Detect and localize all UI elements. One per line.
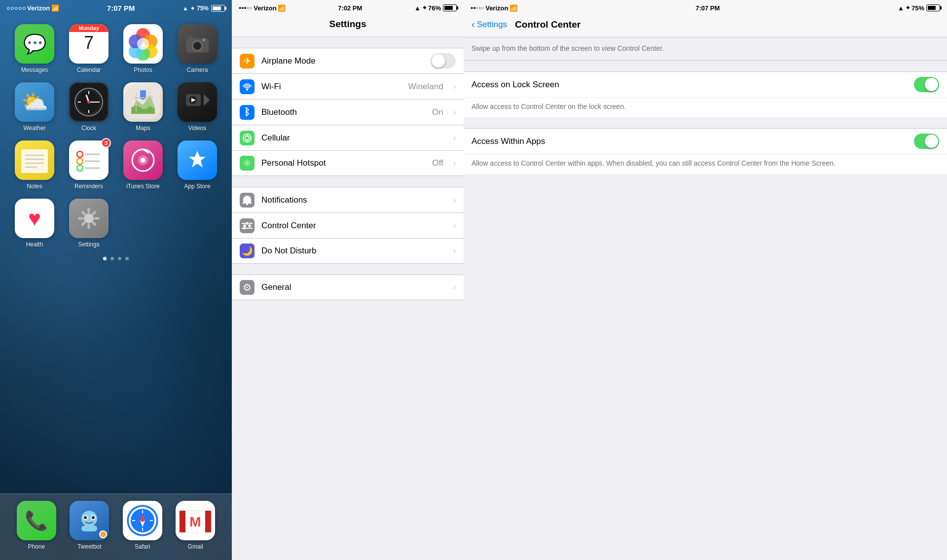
settings-row-cellular[interactable]: Cellular ›	[232, 125, 464, 150]
page-dot-1	[103, 257, 107, 260]
cc-carrier: Verizon	[485, 4, 508, 12]
reminders-icon[interactable]: 3	[69, 140, 109, 180]
app-weather[interactable]: ⛅ Weather	[10, 82, 59, 132]
app-notes[interactable]: Notes	[10, 140, 59, 190]
svg-point-70	[243, 224, 246, 227]
app-itunes[interactable]: iTunes Store	[118, 140, 168, 190]
app-health[interactable]: ♥ Health	[10, 199, 59, 248]
dock: 📞 Phone Tweetbot	[0, 493, 232, 560]
within-apps-toggle[interactable]	[914, 134, 939, 149]
wifi-label: Wi-Fi	[261, 82, 401, 92]
settings-row-notifications[interactable]: Notifications ›	[232, 187, 464, 212]
notifications-settings-icon	[240, 193, 255, 208]
signal-dot-2	[11, 7, 14, 10]
cc-page-title: Control Center	[515, 19, 581, 30]
app-videos[interactable]: Videos	[173, 82, 222, 132]
maps-label: Maps	[136, 125, 150, 132]
settings-row-wifi[interactable]: Wi-Fi Wineland ›	[232, 73, 464, 99]
messages-icon[interactable]: 💬	[15, 24, 54, 64]
page-dot-2	[110, 257, 114, 260]
settings-row-dnd[interactable]: 🌙 Do Not Disturb ›	[232, 238, 464, 264]
app-messages[interactable]: 💬 Messages	[10, 24, 59, 73]
control-center-chevron: ›	[453, 221, 456, 230]
reminders-label: Reminders	[74, 183, 103, 190]
settings-app-icon[interactable]	[69, 199, 109, 238]
within-apps-toggle-knob	[925, 135, 938, 148]
safari-icon[interactable]	[123, 501, 162, 540]
back-to-settings-button[interactable]: ‹ Settings	[472, 19, 507, 30]
dock-phone[interactable]: 📞 Phone	[17, 501, 56, 550]
phone-icon[interactable]: 📞	[17, 501, 56, 540]
dock-gmail[interactable]: M Gmail	[176, 501, 215, 550]
app-clock[interactable]: Clock	[64, 82, 113, 132]
cc-battery-tip	[940, 6, 942, 10]
notes-icon[interactable]	[15, 140, 54, 180]
lock-screen-toggle[interactable]	[914, 77, 939, 92]
itunes-svg	[130, 147, 156, 174]
bluetooth-settings-icon: ᛒ	[240, 105, 255, 120]
battery-tip	[225, 6, 226, 10]
airplane-toggle-knob	[432, 54, 445, 68]
signal-dot-1	[7, 7, 10, 10]
cc-signal-dots: ●●○○○	[471, 5, 484, 10]
dock-tweetbot[interactable]: Tweetbot	[70, 501, 109, 550]
calendar-icon[interactable]: Monday 7	[69, 24, 109, 64]
svg-point-71	[248, 224, 251, 227]
app-photos[interactable]: Photos	[118, 24, 168, 73]
cc-status-bar: ●●○○○ Verizon 📶 7:07 PM ▲ ⌖ 75%	[464, 0, 947, 14]
dock-safari[interactable]: Safari	[123, 501, 162, 550]
photos-icon[interactable]	[123, 24, 163, 64]
hotspot-symbol: ⚛	[243, 157, 252, 169]
settings-row-airplane[interactable]: ✈ Airplane Mode	[232, 48, 464, 73]
back-label: Settings	[477, 20, 507, 30]
svg-rect-62	[205, 511, 211, 532]
svg-text:M: M	[190, 514, 201, 529]
within-apps-row: Access Within Apps	[464, 128, 947, 154]
app-appstore[interactable]: App Store	[173, 140, 222, 190]
home-wifi-icon: 📶	[51, 4, 59, 12]
svg-rect-69	[246, 204, 248, 205]
app-settings[interactable]: Settings	[64, 199, 113, 248]
svg-point-20	[87, 101, 90, 104]
airplane-mode-icon: ✈	[240, 54, 255, 69]
camera-icon[interactable]	[178, 24, 217, 64]
app-calendar[interactable]: Monday 7 Calendar	[64, 24, 113, 73]
svg-point-38	[77, 165, 83, 171]
calendar-day-name: Monday	[69, 24, 109, 32]
app-maps[interactable]: Maps	[118, 82, 168, 132]
home-battery-pct: 75%	[197, 5, 209, 12]
settings-battery-area: ▲ ⌖ 76%	[414, 4, 457, 12]
notes-svg	[19, 144, 50, 176]
settings-row-hotspot[interactable]: ⚛ Personal Hotspot Off ›	[232, 150, 464, 176]
bluetooth-home-icon: ⌖	[191, 5, 194, 12]
settings-row-control-center[interactable]: Control Center ›	[232, 212, 464, 238]
cc-battery-fill	[928, 6, 936, 10]
app-camera[interactable]: Camera	[173, 24, 222, 73]
tweetbot-icon[interactable]	[70, 501, 109, 540]
cc-battery-icon	[926, 4, 940, 11]
weather-icon[interactable]: ⛅	[15, 82, 54, 122]
health-label: Health	[26, 241, 43, 248]
clock-icon[interactable]	[69, 82, 109, 122]
appstore-icon[interactable]	[178, 140, 217, 180]
gmail-icon[interactable]: M	[176, 501, 215, 540]
maps-icon[interactable]	[123, 82, 163, 122]
dnd-symbol: 🌙	[242, 245, 253, 256]
videos-icon[interactable]	[178, 82, 217, 122]
health-icon[interactable]: ♥	[15, 199, 54, 238]
cc-main-description: Swipe up from the bottom of the screen t…	[464, 37, 947, 61]
wifi-chevron: ›	[453, 82, 456, 91]
settings-row-general[interactable]: ⚙ General ›	[232, 275, 464, 300]
svg-rect-29	[21, 149, 48, 173]
airplane-toggle[interactable]	[431, 53, 456, 69]
itunes-icon[interactable]	[123, 140, 163, 180]
appstore-label: App Store	[184, 183, 210, 190]
control-center-panel: ●●○○○ Verizon 📶 7:07 PM ▲ ⌖ 75% ‹ Settin…	[464, 0, 947, 560]
back-chevron-icon: ‹	[472, 19, 475, 30]
camera-label: Camera	[187, 67, 208, 73]
calendar-inner: Monday 7	[69, 24, 109, 64]
settings-bt-icon: ⌖	[423, 4, 426, 12]
lock-screen-label: Access on Lock Screen	[472, 73, 907, 97]
settings-row-bluetooth[interactable]: ᛒ Bluetooth On ›	[232, 99, 464, 125]
app-reminders[interactable]: 3 Reminders	[64, 140, 113, 190]
